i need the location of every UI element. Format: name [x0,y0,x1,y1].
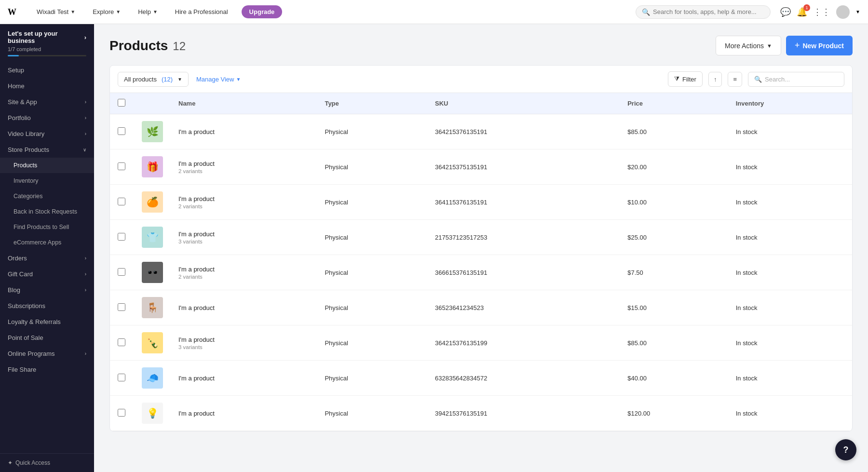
sidebar-item-file-share[interactable]: File Share [0,362,94,378]
row-checkbox[interactable] [118,409,125,417]
bell-icon[interactable]: 🔔 1 [797,7,807,17]
product-image: 💡 [142,403,163,424]
setup-progress: 1/7 completed [8,46,86,52]
row-checkbox-cell[interactable] [110,114,134,149]
product-image: 👕 [142,227,163,248]
sidebar-item-ecommerce-apps[interactable]: eCommerce Apps [0,235,94,250]
products-table-container: All products (12) ▼ Manage View ▼ ⧩ Filt… [109,65,853,432]
product-variants: 2 variants [178,274,309,280]
chevron-right-icon: › [85,115,86,121]
product-variants: 3 variants [178,344,309,350]
sidebar-item-portfolio[interactable]: Portfolio › [0,110,94,126]
row-checkbox[interactable] [118,268,125,276]
row-checkbox-cell[interactable] [110,290,134,325]
product-sku-cell: 364215375135191 [427,149,620,185]
row-checkbox-cell[interactable] [110,220,134,255]
product-name: I'm a product [178,375,309,382]
all-products-dropdown[interactable]: All products (12) ▼ [118,72,189,87]
chevron-down-icon: ▼ [116,9,121,14]
sidebar-item-gift-card[interactable]: Gift Card › [0,266,94,282]
table-row[interactable]: 🍾 I'm a product 3 variants Physical 3642… [110,325,852,361]
sidebar-item-site-app[interactable]: Site & App › [0,94,94,110]
filter-button[interactable]: ⧩ Filter [668,71,703,87]
chevron-right-icon: › [85,351,86,356]
table-toolbar: All products (12) ▼ Manage View ▼ ⧩ Filt… [110,66,852,93]
user-avatar[interactable] [836,5,850,19]
apps-icon[interactable]: ⋮⋮ [813,7,830,17]
select-all-header[interactable] [110,93,134,114]
table-search-input[interactable] [765,76,838,83]
table-search[interactable]: 🔍 [748,72,844,87]
upgrade-button[interactable]: Upgrade [242,5,283,18]
new-product-button[interactable]: + New Product [786,36,853,55]
product-variants: 2 variants [178,203,309,209]
chevron-right-icon: › [85,287,86,293]
table-row[interactable]: 🪑 I'm a product Physical 36523641234523 … [110,290,852,325]
sidebar-item-home[interactable]: Home [0,78,94,94]
product-image: 🪑 [142,297,163,318]
product-image: 🌿 [142,121,163,142]
sidebar-item-orders[interactable]: Orders › [0,250,94,266]
sidebar-item-find-products[interactable]: Find Products to Sell [0,219,94,235]
columns-button[interactable]: ≡ [728,72,742,87]
manage-view-button[interactable]: Manage View ▼ [194,72,243,86]
table-row[interactable]: 🍊 I'm a product 2 variants Physical 3641… [110,185,852,220]
row-checkbox[interactable] [118,162,125,170]
row-checkbox[interactable] [118,338,125,346]
hire-professional-nav-item[interactable]: Hire a Professional [171,6,232,17]
row-checkbox[interactable] [118,127,125,135]
product-name: I'm a product [178,304,309,311]
table-row[interactable]: 🧢 I'm a product Physical 632835642834572… [110,361,852,396]
product-image-cell: 👕 [134,220,171,255]
table-row[interactable]: 🕶️ I'm a product 2 variants Physical 366… [110,255,852,290]
row-checkbox-cell[interactable] [110,396,134,431]
help-nav-item[interactable]: Help ▼ [134,6,162,17]
sidebar-item-categories[interactable]: Categories [0,189,94,204]
sidebar-item-setup[interactable]: Setup [0,62,94,78]
table-row[interactable]: 👕 I'm a product 3 variants Physical 2175… [110,220,852,255]
product-type-cell: Physical [317,325,427,361]
help-button[interactable]: ? [835,439,856,460]
chevron-down-icon[interactable]: ▼ [855,9,860,14]
site-name-selector[interactable]: Wixadi Test ▼ [33,6,79,17]
table-row[interactable]: 🌿 I'm a product Physical 364215376135191… [110,114,852,149]
business-setup-title[interactable]: Let's set up your business › [8,30,86,44]
sidebar-item-subscriptions[interactable]: Subscriptions [0,298,94,314]
sidebar-item-products[interactable]: Products [0,158,94,173]
sidebar-item-store-products[interactable]: Store Products ∨ [0,142,94,158]
product-image: 🍾 [142,332,163,353]
header-actions: More Actions ▼ + New Product [716,36,853,55]
quick-access-button[interactable]: ✦ Quick Access [0,453,94,472]
export-button[interactable]: ↑ [708,72,722,87]
site-name-label: Wixadi Test [37,8,68,15]
global-search-input[interactable] [653,8,764,15]
chat-icon[interactable]: 💬 [780,7,791,17]
more-actions-button[interactable]: More Actions ▼ [716,36,781,55]
product-sku-cell: 217537123517253 [427,220,620,255]
row-checkbox-cell[interactable] [110,149,134,185]
select-all-checkbox[interactable] [118,99,125,107]
row-checkbox-cell[interactable] [110,185,134,220]
sidebar-item-online-programs[interactable]: Online Programs › [0,346,94,362]
table-row[interactable]: 💡 I'm a product Physical 394215376135191… [110,396,852,431]
explore-nav-item[interactable]: Explore ▼ [89,6,124,17]
row-checkbox[interactable] [118,374,125,381]
sidebar-item-video-library[interactable]: Video Library › [0,126,94,142]
row-checkbox[interactable] [118,198,125,205]
sidebar-item-loyalty-referrals[interactable]: Loyalty & Referrals [0,314,94,330]
row-checkbox[interactable] [118,303,125,311]
row-checkbox[interactable] [118,233,125,241]
row-checkbox-cell[interactable] [110,361,134,396]
product-type-cell: Physical [317,396,427,431]
sidebar-item-back-in-stock[interactable]: Back in Stock Requests [0,204,94,219]
sidebar-item-inventory[interactable]: Inventory [0,173,94,189]
sidebar-item-point-of-sale[interactable]: Point of Sale [0,330,94,346]
row-checkbox-cell[interactable] [110,255,134,290]
table-row[interactable]: 🎁 I'm a product 2 variants Physical 3642… [110,149,852,185]
row-checkbox-cell[interactable] [110,325,134,361]
global-search[interactable]: 🔍 [636,5,771,19]
product-price-cell: $40.00 [620,361,728,396]
product-price-cell: $20.00 [620,149,728,185]
chevron-right-icon: › [84,34,86,41]
sidebar-item-blog[interactable]: Blog › [0,282,94,298]
